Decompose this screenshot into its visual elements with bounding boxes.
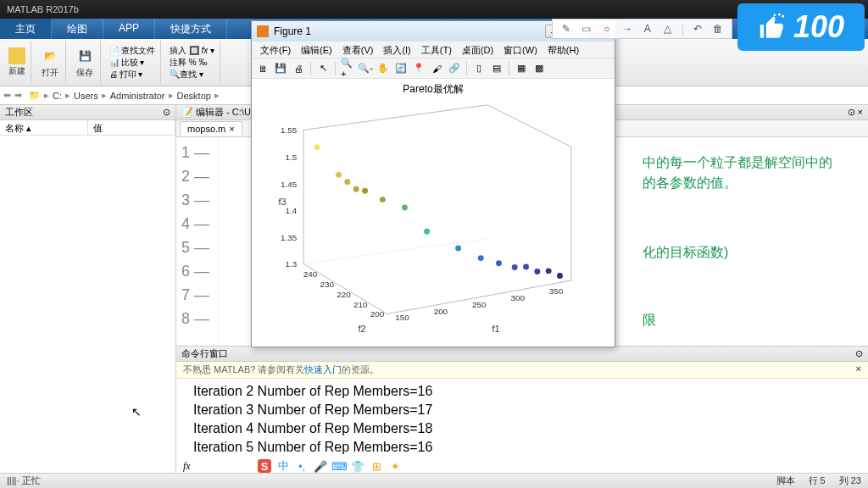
- cmd-output[interactable]: Iteration 2 Number of Rep Members=16Iter…: [176, 379, 868, 460]
- rotate-icon[interactable]: 🔄: [393, 61, 409, 76]
- svg-text:1.45: 1.45: [281, 180, 298, 189]
- ime-grid-icon[interactable]: ⊞: [370, 459, 383, 473]
- ws-col-name[interactable]: 名称 ▴: [0, 120, 88, 135]
- app-title: MATLAB R2017b: [7, 4, 79, 14]
- figure-menu-item[interactable]: 编辑(E): [296, 42, 337, 58]
- datatip-icon[interactable]: 📍: [411, 61, 426, 76]
- tab-plot[interactable]: 绘图: [52, 19, 103, 39]
- svg-text:200: 200: [434, 307, 448, 316]
- figure-menu-item[interactable]: 桌面(D): [457, 42, 498, 58]
- figure-menu-item[interactable]: 帮助(H): [542, 42, 584, 58]
- ime-gear-icon[interactable]: ✴: [388, 459, 402, 473]
- axes-3d[interactable]: 1.55 1.5 1.45 1.4 1.35 1.3 f3 240 230 22…: [252, 97, 615, 347]
- hint-close-icon[interactable]: ×: [856, 363, 861, 376]
- figure-title: Figure 1: [274, 25, 311, 37]
- svg-text:210: 210: [353, 300, 368, 309]
- editor-tab[interactable]: mopso.m ×: [180, 121, 242, 136]
- ws-col-value[interactable]: 值: [88, 120, 176, 135]
- plot-title: Pareto最优解: [252, 79, 615, 97]
- statusbar: ||||· 正忙 脚本 行 5 列 23: [0, 473, 868, 488]
- save-button[interactable]: 💾: [75, 46, 95, 66]
- back-icon[interactable]: ⬅: [3, 90, 11, 101]
- fwd-icon[interactable]: ➡: [14, 90, 22, 101]
- ime-zh-icon[interactable]: 中: [276, 459, 290, 473]
- ime-toolbar: S 中 •, 🎤 ⌨ 👕 ⊞ ✴: [258, 459, 402, 473]
- pointer-icon[interactable]: ↖: [315, 61, 331, 76]
- find-label: 查找: [180, 69, 197, 79]
- svg-line-5: [487, 105, 571, 147]
- figure-canvas[interactable]: Pareto最优解 1.55 1.5 1.45: [252, 79, 615, 347]
- like-count: 100: [793, 9, 844, 45]
- tab-shortcut[interactable]: 快捷方式: [155, 19, 227, 39]
- new-button[interactable]: [8, 47, 25, 64]
- path-seg-desktop[interactable]: Desktop: [174, 91, 214, 101]
- undo-icon[interactable]: ↶: [691, 22, 704, 36]
- status-col: 列 23: [839, 474, 861, 487]
- close-icon[interactable]: ×: [229, 124, 234, 134]
- print-label: 打印: [120, 69, 136, 80]
- path-seg-c[interactable]: C:: [49, 91, 65, 101]
- comment-line-3: 化的目标函数): [643, 244, 728, 262]
- brush-icon[interactable]: 🖌: [429, 61, 444, 76]
- figure-menu-item[interactable]: 插入(I): [378, 42, 415, 58]
- save-fig-icon[interactable]: 💾: [273, 61, 288, 76]
- compare-label: 比较: [121, 57, 138, 69]
- figure-menu-item[interactable]: 工具(T): [416, 42, 457, 58]
- plottools-icon[interactable]: ▦: [514, 61, 529, 76]
- zoomout-icon[interactable]: 🔍-: [358, 61, 373, 76]
- legend-icon[interactable]: ▤: [489, 61, 504, 76]
- text-icon[interactable]: A: [641, 22, 654, 36]
- zoomin-icon[interactable]: 🔍+: [340, 61, 355, 76]
- figure-menu-item[interactable]: 文件(F): [255, 42, 296, 58]
- new-fig-icon[interactable]: 🗎: [255, 61, 270, 76]
- comment-line-2: 的各参数的值。: [643, 175, 737, 192]
- figure-menu-item[interactable]: 窗口(W): [498, 42, 542, 58]
- trash-icon[interactable]: 🗑: [711, 22, 725, 36]
- workspace-panel: 工作区 ⊙ 名称 ▴ 值: [0, 105, 176, 473]
- svg-point-28: [380, 197, 386, 202]
- triangle-icon[interactable]: △: [661, 22, 675, 36]
- svg-text:1.35: 1.35: [281, 233, 298, 242]
- figure-menu-item[interactable]: 查看(V): [337, 42, 379, 58]
- quickstart-link[interactable]: 快速入门: [304, 363, 342, 376]
- print-icon[interactable]: 🖨: [109, 69, 118, 79]
- path-seg-users[interactable]: Users: [70, 91, 102, 101]
- compare-icon[interactable]: 📊: [109, 58, 120, 67]
- arrow-icon[interactable]: →: [620, 22, 634, 36]
- open-button[interactable]: 📂: [40, 46, 60, 66]
- ime-punct-icon[interactable]: •,: [295, 459, 309, 473]
- workspace-header: 工作区 ⊙: [0, 105, 175, 120]
- svg-point-35: [523, 263, 529, 269]
- like-badge[interactable]: 100: [737, 3, 865, 51]
- figure-menubar: 文件(F)编辑(E)查看(V)插入(I)工具(T)桌面(D)窗口(W)帮助(H): [252, 42, 615, 58]
- ime-shirt-icon[interactable]: 👕: [351, 459, 364, 473]
- rect-icon[interactable]: ▭: [580, 22, 593, 36]
- link-icon[interactable]: 🔗: [447, 61, 462, 76]
- cmd-menu-icon[interactable]: ⊙: [855, 348, 863, 359]
- folder-icon[interactable]: 📁: [29, 90, 41, 101]
- pan-icon[interactable]: ✋: [376, 61, 391, 76]
- editor-menu-icon[interactable]: ⊙ ×: [848, 107, 863, 118]
- path-seg-admin[interactable]: Administrator: [107, 91, 169, 101]
- panel-menu-icon[interactable]: ⊙: [163, 107, 170, 118]
- svg-text:150: 150: [395, 313, 409, 322]
- colorbar-icon[interactable]: ▯: [471, 61, 487, 76]
- pencil-icon[interactable]: ✎: [559, 22, 573, 36]
- svg-text:1.55: 1.55: [281, 125, 298, 135]
- y-label: f2: [359, 324, 366, 334]
- svg-text:1.4: 1.4: [285, 206, 297, 215]
- circle-icon[interactable]: ○: [600, 22, 614, 36]
- sogou-icon[interactable]: S: [258, 459, 271, 473]
- findfiles-icon[interactable]: 📄: [109, 46, 120, 55]
- svg-point-30: [424, 229, 430, 235]
- svg-point-26: [353, 186, 359, 192]
- ime-mic-icon[interactable]: 🎤: [314, 459, 327, 473]
- figure-window[interactable]: Figure 1 — ▢ ✕ 文件(F)编辑(E)查看(V)插入(I)工具(T)…: [251, 20, 615, 347]
- tab-app[interactable]: APP: [103, 19, 155, 39]
- find-icon[interactable]: 🔍: [170, 69, 180, 79]
- print-fig-icon[interactable]: 🖨: [291, 61, 306, 76]
- plottools2-icon[interactable]: ▩: [531, 61, 547, 76]
- ime-kb-icon[interactable]: ⌨: [332, 459, 346, 473]
- cursor-icon: ↖: [131, 405, 142, 419]
- tab-home[interactable]: 主页: [0, 19, 52, 39]
